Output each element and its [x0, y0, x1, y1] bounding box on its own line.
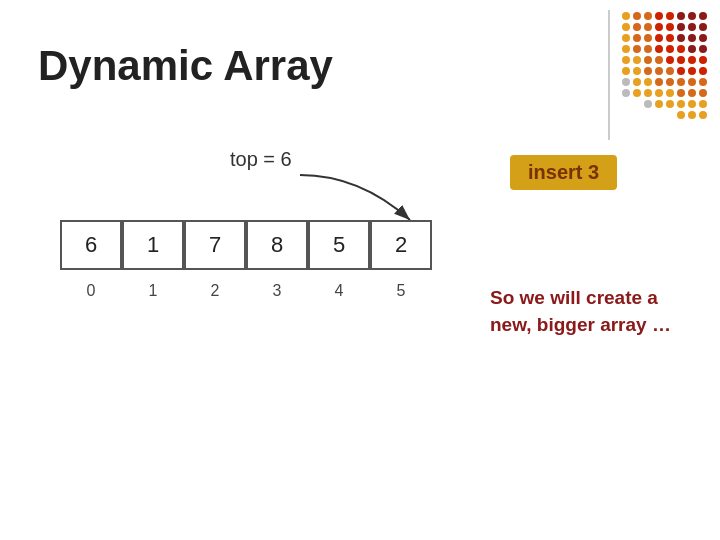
array-index-1: 1: [122, 278, 184, 300]
insert-badge: insert 3: [510, 155, 617, 190]
decorative-dot-grid: [620, 10, 710, 120]
page-title: Dynamic Array: [38, 42, 333, 90]
array-cells: 617852: [60, 220, 432, 270]
array-cell-0: 6: [60, 220, 122, 270]
array-cell-5: 2: [370, 220, 432, 270]
array-index-5: 5: [370, 278, 432, 300]
array-index-4: 4: [308, 278, 370, 300]
array-index-2: 2: [184, 278, 246, 300]
array-cell-3: 8: [246, 220, 308, 270]
description-text: So we will create a new, bigger array …: [490, 285, 690, 338]
top-label: top = 6: [230, 148, 292, 170]
array-index-0: 0: [60, 278, 122, 300]
array-index-3: 3: [246, 278, 308, 300]
array-cell-2: 7: [184, 220, 246, 270]
array-cell-1: 1: [122, 220, 184, 270]
separator-line: [608, 10, 610, 140]
array-cell-4: 5: [308, 220, 370, 270]
array-indices: 012345: [60, 278, 432, 300]
